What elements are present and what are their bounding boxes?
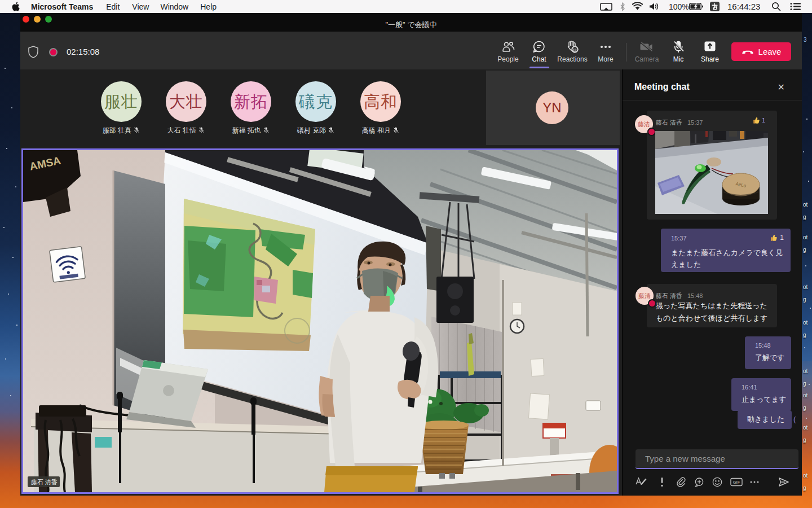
svg-text:藤石 清香: 藤石 清香 — [31, 479, 58, 485]
svg-text:GIF: GIF — [733, 480, 740, 485]
